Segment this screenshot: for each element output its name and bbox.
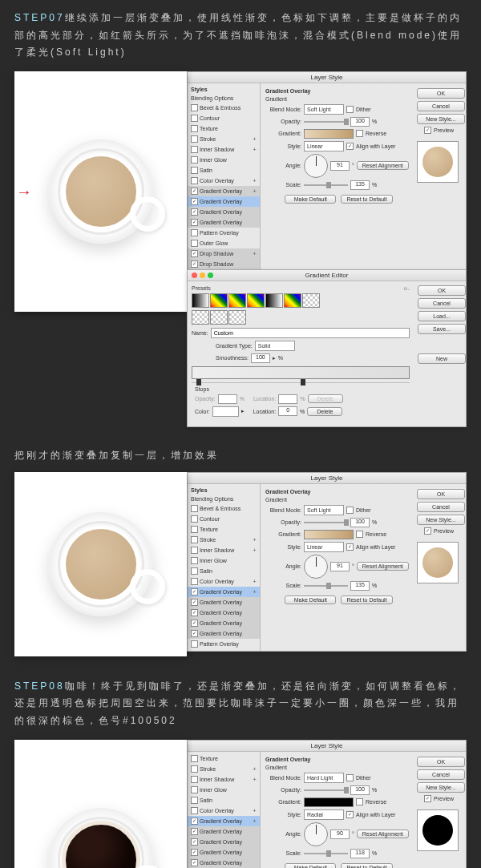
mid-text: 把刚才的渐变叠加复制一层，增加效果 — [0, 439, 481, 472]
color-picker[interactable] — [212, 406, 239, 417]
gradient-name-input[interactable] — [211, 328, 410, 338]
gradient-settings: Gradient Overlay Gradient Blend Mode:Sof… — [265, 88, 412, 266]
gradient-type-select[interactable]: Solid — [255, 341, 295, 351]
preview-box — [417, 141, 459, 183]
ok-button[interactable]: OK — [417, 88, 465, 99]
style-stroke[interactable]: Stroke+ — [188, 134, 260, 144]
styles-list: Styles Blending Options Bevel & Emboss C… — [188, 83, 261, 271]
style-satin[interactable]: Satin — [188, 165, 260, 176]
style-drop-shadow[interactable]: Drop Shadow+ — [188, 248, 260, 259]
style-select[interactable]: Linear — [304, 141, 344, 151]
styles-header[interactable]: Styles — [188, 85, 260, 94]
opacity-input[interactable]: 100 — [350, 117, 370, 127]
blend-mode-select[interactable]: Soft Light — [304, 104, 344, 115]
layer-style-dialog-2: Layer Style Styles Blending Options Beve… — [187, 472, 467, 652]
delete-stop-button[interactable]: Delete — [307, 407, 342, 416]
preset-swatch[interactable] — [247, 293, 265, 308]
panel-step07: → Layer Style Styles Blending Options Be… — [0, 71, 481, 427]
style-pattern-overlay[interactable]: Pattern Overlay — [188, 228, 260, 238]
preset-swatch[interactable] — [265, 293, 283, 308]
style-grad-overlay-4[interactable]: Gradient Overlay — [188, 217, 260, 228]
layer-style-dialog-3: Layer Style Texture Stroke+ Inner Shadow… — [187, 740, 467, 868]
presets-row — [192, 293, 410, 308]
ge-cancel-button[interactable]: Cancel — [418, 298, 466, 309]
style-grad-overlay-3[interactable]: Gradient Overlay — [188, 207, 260, 217]
panel-step08: Layer Style Texture Stroke+ Inner Shadow… — [0, 740, 481, 868]
cup-illustration-dark — [14, 740, 187, 868]
style-outer-glow[interactable]: Outer Glow — [188, 238, 260, 248]
cup-illustration-latte-2 — [14, 472, 187, 656]
scale-input[interactable]: 135 — [350, 180, 370, 190]
cancel-button[interactable]: Cancel — [417, 101, 465, 111]
panel-mid: Layer Style Styles Blending Options Beve… — [0, 472, 481, 656]
angle-dial[interactable] — [304, 154, 328, 178]
dialog-title: Layer Style — [188, 72, 466, 83]
preset-swatch[interactable] — [210, 293, 228, 308]
gradient-ramp[interactable] — [192, 366, 410, 379]
ge-save-button[interactable]: Save... — [418, 324, 466, 334]
angle-input[interactable]: 91 — [330, 161, 350, 171]
layer-style-dialog: Layer Style Styles Blending Options Beve… — [187, 71, 467, 272]
reset-default-button[interactable]: Reset to Default — [341, 195, 392, 204]
style-inner-shadow[interactable]: Inner Shadow+ — [188, 144, 260, 155]
cup-illustration-latte: → — [14, 71, 187, 312]
ge-load-button[interactable]: Load... — [418, 311, 466, 321]
style-bevel[interactable]: Bevel & Emboss — [188, 103, 260, 113]
new-style-button[interactable]: New Style... — [417, 114, 465, 124]
gradient-picker[interactable] — [304, 129, 354, 139]
style-inner-glow[interactable]: Inner Glow — [188, 155, 260, 165]
dialog-button-column: OK Cancel New Style... Preview — [417, 88, 461, 266]
style-color-overlay[interactable]: Color Overlay+ — [188, 176, 260, 186]
preset-swatch[interactable] — [302, 293, 320, 308]
style-contour[interactable]: Contour — [188, 113, 260, 123]
ge-ok-button[interactable]: OK — [418, 285, 466, 296]
step08-label: STEP08 — [14, 680, 65, 692]
step07-label: STEP07 — [14, 12, 65, 23]
gear-icon[interactable]: ☼. — [403, 285, 410, 291]
red-arrow-icon: → — [16, 182, 32, 200]
reset-alignment-button[interactable]: Reset Alignment — [357, 161, 409, 170]
gradient-editor-dialog: Gradient Editor Presets☼. Name: Gradient… — [187, 269, 467, 427]
step07-text: STEP07继续添加一层渐变叠加，使用线性渐变，色标如下调整，主要是做杯子的内部… — [0, 0, 481, 71]
ge-new-button[interactable]: New — [418, 353, 466, 364]
make-default-button[interactable]: Make Default — [285, 195, 336, 204]
preset-swatch[interactable] — [228, 293, 246, 308]
style-drop-shadow-2[interactable]: Drop Shadow — [188, 259, 260, 269]
blending-options[interactable]: Blending Options — [188, 94, 260, 103]
window-controls[interactable] — [192, 273, 213, 278]
preset-swatch[interactable] — [192, 293, 209, 308]
style-grad-overlay-1[interactable]: Gradient Overlay+ — [188, 186, 260, 196]
step08-text: STEP08咖啡！终于见到咖啡了，还是渐变叠加，还是径向渐变，如何调整看色标，还… — [0, 668, 481, 740]
style-grad-overlay-2[interactable]: Gradient Overlay — [188, 196, 260, 207]
preset-swatch[interactable] — [284, 293, 301, 308]
style-texture[interactable]: Texture — [188, 123, 260, 134]
